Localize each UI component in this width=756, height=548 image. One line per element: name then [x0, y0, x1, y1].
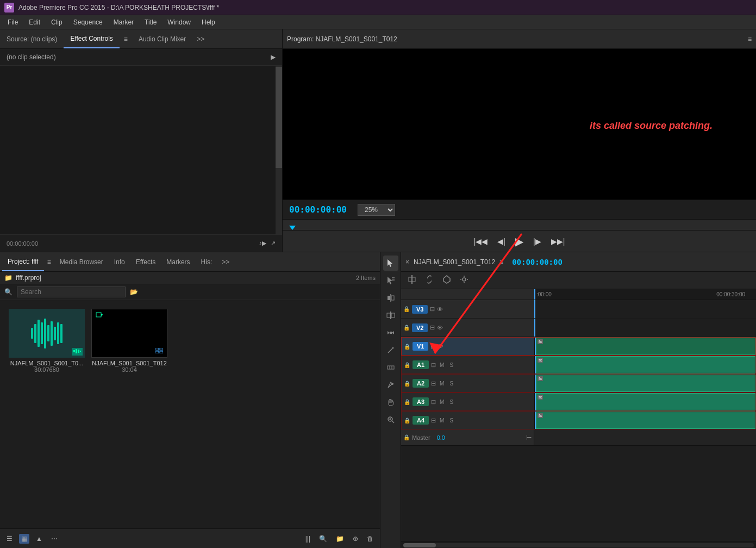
tl-btn-linked[interactable]: [423, 274, 436, 287]
a1-clip[interactable]: fx: [536, 356, 755, 373]
track-v2-lock[interactable]: 🔒: [403, 325, 410, 331]
tool-razor[interactable]: [383, 342, 398, 358]
tl-btn-settings[interactable]: [458, 274, 471, 287]
tab-history[interactable]: His:: [196, 252, 218, 271]
bottom-btn-new-bin[interactable]: 📁: [334, 534, 346, 544]
track-v1-settings[interactable]: ⊟: [430, 343, 435, 350]
v1-clip[interactable]: fx: [536, 338, 755, 355]
tab-media-browser[interactable]: Media Browser: [54, 252, 109, 271]
tool-ripple-edit[interactable]: [383, 290, 398, 306]
track-a2-name[interactable]: A2: [413, 379, 429, 388]
track-v2-eye[interactable]: 👁: [437, 325, 443, 331]
bottom-btn-delete[interactable]: 🗑: [365, 534, 376, 544]
track-a3-solo[interactable]: S: [448, 398, 455, 406]
track-v3-name[interactable]: V3: [412, 305, 428, 314]
tab-markers[interactable]: Markers: [161, 252, 195, 271]
timeline-close-icon[interactable]: ×: [405, 258, 409, 266]
track-a4-mute[interactable]: M: [438, 417, 446, 424]
program-btn-go-to-in[interactable]: |◀◀: [471, 235, 491, 248]
menu-title[interactable]: Title: [139, 17, 162, 27]
tl-btn-snap[interactable]: [405, 274, 418, 287]
tab-audio-clip-mixer[interactable]: Audio Clip Mixer: [132, 29, 192, 48]
source-scrollbar[interactable]: [276, 66, 282, 234]
track-a3-name[interactable]: A3: [413, 397, 429, 406]
menu-edit[interactable]: Edit: [23, 17, 46, 27]
track-a3-settings[interactable]: ⊟: [431, 398, 436, 406]
track-v1-name[interactable]: V1: [413, 342, 428, 351]
track-v3-eye[interactable]: 👁: [437, 306, 443, 313]
menu-file[interactable]: File: [2, 17, 23, 27]
bottom-grid-view[interactable]: ▦: [19, 534, 29, 544]
track-v2-name[interactable]: V2: [412, 323, 428, 332]
search-folder-icon[interactable]: 📂: [130, 288, 138, 296]
track-v1-lock[interactable]: 🔒: [404, 344, 410, 350]
tab-menu-icon[interactable]: ≡: [120, 33, 132, 45]
track-a4-name[interactable]: A4: [413, 416, 429, 425]
track-a2-solo[interactable]: S: [448, 380, 455, 387]
tool-pen[interactable]: [383, 377, 398, 393]
project-menu-icon[interactable]: ≡: [44, 258, 54, 266]
menu-window[interactable]: Window: [162, 17, 196, 27]
menu-help[interactable]: Help: [196, 17, 221, 27]
track-v1-eye[interactable]: 👁: [438, 343, 443, 350]
bottom-btn-automate[interactable]: |||: [303, 534, 313, 544]
track-a1-mute[interactable]: M: [438, 362, 446, 369]
tool-rolling-edit[interactable]: [383, 308, 398, 323]
program-btn-step-back[interactable]: ◀|: [494, 235, 509, 248]
tab-effect-controls[interactable]: Effect Controls: [64, 29, 119, 48]
track-a1-solo[interactable]: S: [448, 362, 455, 369]
scrollbar-thumb[interactable]: [403, 543, 436, 547]
track-a2-mute[interactable]: M: [438, 380, 446, 387]
menu-sequence[interactable]: Sequence: [68, 17, 108, 27]
bottom-btn-up[interactable]: ▲: [34, 534, 45, 544]
track-v3-lock[interactable]: 🔒: [403, 306, 410, 312]
bottom-btn-new-item[interactable]: ⊕: [351, 534, 360, 544]
track-a2-settings[interactable]: ⊟: [431, 380, 436, 387]
program-btn-go-to-out[interactable]: ▶▶|: [548, 235, 568, 248]
project-search-input[interactable]: [17, 287, 126, 297]
track-a1-name[interactable]: A1: [413, 360, 429, 369]
track-v3-settings[interactable]: ⊟: [430, 306, 435, 313]
a3-clip[interactable]: fx: [536, 393, 755, 410]
tl-btn-markers[interactable]: [440, 274, 453, 287]
master-collapse[interactable]: ⊢: [526, 434, 532, 441]
tab-info[interactable]: Info: [109, 252, 130, 271]
track-a2-lock[interactable]: 🔒: [404, 381, 410, 387]
menu-marker[interactable]: Marker: [108, 17, 139, 27]
tool-hand[interactable]: [383, 395, 398, 410]
a4-clip[interactable]: fx: [536, 412, 755, 429]
tab-source[interactable]: Source: (no clips): [0, 29, 64, 48]
track-v2-settings[interactable]: ⊟: [430, 324, 435, 331]
program-menu-icon[interactable]: ≡: [748, 35, 752, 43]
track-a4-solo[interactable]: S: [448, 417, 455, 424]
bottom-list-view[interactable]: ☰: [4, 534, 15, 544]
source-tab-overflow[interactable]: >>: [192, 33, 209, 45]
master-lock[interactable]: 🔒: [403, 434, 410, 440]
source-btn-music[interactable]: ♪▶: [259, 240, 267, 247]
tab-effects[interactable]: Effects: [130, 252, 161, 271]
item-thumb-video[interactable]: [91, 309, 167, 358]
menu-clip[interactable]: Clip: [46, 17, 68, 27]
project-tab-overflow[interactable]: >>: [217, 256, 234, 268]
timeline-menu-icon[interactable]: ≡: [499, 258, 503, 266]
track-a4-settings[interactable]: ⊟: [431, 417, 436, 424]
a2-clip[interactable]: fx: [536, 375, 755, 392]
track-a1-settings[interactable]: ⊟: [431, 362, 436, 369]
tool-select[interactable]: [383, 256, 398, 271]
tool-rate-stretch[interactable]: [383, 325, 398, 340]
tool-slip[interactable]: [383, 360, 398, 375]
track-a4-lock[interactable]: 🔒: [404, 418, 410, 424]
program-zoom-select[interactable]: 25% 50% 100% Fit: [358, 204, 395, 216]
timeline-scrollbar[interactable]: [401, 541, 756, 548]
bottom-btn-search-2[interactable]: 🔍: [317, 534, 329, 544]
tool-track-select[interactable]: [383, 273, 398, 288]
tab-project[interactable]: Project: ffff: [2, 252, 44, 271]
bottom-btn-freeform[interactable]: ⋯: [49, 534, 60, 544]
item-thumb-audio[interactable]: [9, 309, 85, 358]
program-btn-play[interactable]: ▶: [512, 233, 527, 250]
tool-zoom[interactable]: [383, 412, 398, 427]
track-a1-lock[interactable]: 🔒: [404, 362, 410, 368]
program-btn-step-fwd[interactable]: |▶: [530, 235, 545, 248]
track-a3-lock[interactable]: 🔒: [404, 399, 410, 405]
source-btn-export[interactable]: ↗: [271, 240, 276, 247]
